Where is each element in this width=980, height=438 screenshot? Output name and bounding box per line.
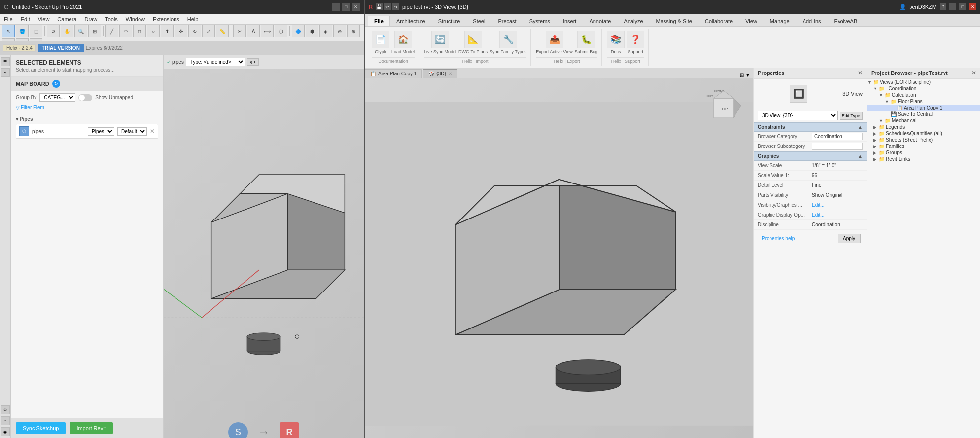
- su-left-icon-2[interactable]: ✕: [1, 68, 10, 77]
- filter-elements-button[interactable]: ▽ Filter Elem: [16, 105, 44, 110]
- rv-edit-type-button[interactable]: Edit Type: [840, 112, 863, 120]
- su-tool-pan[interactable]: ✋: [61, 25, 73, 37]
- rv-pb-close-button[interactable]: ✕: [971, 70, 976, 76]
- su-tool-paint[interactable]: 🪣: [16, 25, 29, 37]
- map-refresh-button[interactable]: ↻: [52, 80, 60, 88]
- show-unmapped-toggle[interactable]: [78, 94, 92, 101]
- rv-glyph-button[interactable]: 📄: [372, 31, 389, 48]
- su-tool-scale[interactable]: ⤢: [202, 25, 215, 37]
- su-tool-arc[interactable]: ◠: [119, 25, 132, 37]
- rv-tab-steel[interactable]: Steel: [466, 16, 491, 26]
- sync-sketchup-button[interactable]: Sync Sketchup: [16, 422, 66, 434]
- rv-docs-button[interactable]: 📚: [607, 31, 625, 48]
- tree-item-families[interactable]: ▶ 📁 Families: [867, 143, 980, 149]
- tile-views-icon[interactable]: ⊞: [740, 73, 744, 78]
- su-3d-canvas[interactable]: S → R 1/8" = 1'-0": [164, 69, 364, 438]
- su-tool-rotate[interactable]: ↻: [188, 25, 201, 37]
- su-menu-help[interactable]: Help: [183, 15, 203, 23]
- su-left-icon-4[interactable]: ?: [1, 416, 10, 425]
- tree-item-views-(eor-discipline)[interactable]: ▼ 📁 Views (EOR Discipline): [867, 79, 980, 85]
- collapse-icon[interactable]: ▼: [745, 73, 750, 78]
- tree-item-area-plan-copy-1[interactable]: 📋 Area Plan Copy 1: [867, 105, 980, 111]
- rv-tab-3d[interactable]: 🎲 {3D} ✕: [423, 69, 457, 78]
- su-tool-section[interactable]: ✂: [233, 25, 246, 37]
- rv-tab-analyze[interactable]: Analyze: [617, 16, 649, 26]
- viewport-tag-button[interactable]: 🏷: [247, 58, 259, 66]
- tree-item-schedules/quantities-(all)[interactable]: ▶ 📁 Schedules/Quantities (all): [867, 130, 980, 137]
- rv-apply-button[interactable]: Apply: [838, 234, 861, 243]
- pipe-default-select[interactable]: Default: [117, 127, 147, 136]
- su-left-icon-3[interactable]: ⚙: [1, 405, 10, 414]
- rv-tab-evolveab[interactable]: EvolveAB: [828, 16, 864, 26]
- rv-help-icon[interactable]: ?: [940, 3, 946, 10]
- su-left-icon-5[interactable]: ◉: [1, 427, 10, 436]
- su-menu-view[interactable]: View: [34, 15, 54, 23]
- pipe-row-close[interactable]: ✕: [150, 128, 155, 135]
- rv-3d-canvas[interactable]: TOP LEFT FRONT 1/8" = 1'-0": [365, 78, 753, 438]
- rv-live-sync-button[interactable]: 🔄: [431, 31, 449, 48]
- su-tool-orbit[interactable]: ↺: [47, 25, 60, 37]
- rv-qa-save[interactable]: 💾: [376, 3, 383, 10]
- su-tool-helix1[interactable]: 🔷: [292, 25, 305, 37]
- su-menu-camera[interactable]: Camera: [53, 15, 80, 23]
- rv-graphics-collapse[interactable]: ▲: [858, 153, 863, 159]
- rv-qa-undo[interactable]: ↩: [384, 3, 391, 10]
- su-tool-zoomext[interactable]: ⊞: [88, 25, 101, 37]
- rv-dwg-button[interactable]: 📐: [464, 31, 482, 48]
- rv-tab-collaborate[interactable]: Collaborate: [699, 16, 739, 26]
- tree-item-mechanical[interactable]: ▼ 📁 Mechanical: [867, 117, 980, 124]
- rv-submit-bug-button[interactable]: 🐛: [577, 31, 595, 48]
- tree-item-floor-plans[interactable]: ▼ 📁 Floor Plans: [867, 98, 980, 105]
- rv-qa-redo[interactable]: ↪: [392, 3, 399, 10]
- su-tool-tape[interactable]: 📏: [216, 25, 229, 37]
- su-tool-text[interactable]: A: [247, 25, 260, 37]
- rv-tab-massing[interactable]: Massing & Site: [650, 16, 699, 26]
- rv-minimize-btn[interactable]: —: [949, 3, 956, 10]
- su-menu-extensions[interactable]: Extensions: [149, 15, 183, 23]
- pipe-type-select[interactable]: Pipes: [88, 127, 114, 136]
- su-left-icon-1[interactable]: ☰: [1, 57, 10, 66]
- tree-item-revit-links[interactable]: ▶ 📁 Revit Links: [867, 156, 980, 162]
- su-tool-helix4[interactable]: ⊛: [333, 25, 346, 37]
- rv-support-button[interactable]: ❓: [627, 31, 644, 48]
- pipes-section-toggle[interactable]: ▾: [16, 116, 18, 122]
- su-menu-file[interactable]: File: [0, 15, 17, 23]
- rv-navigation-cube[interactable]: TOP LEFT FRONT: [704, 88, 743, 128]
- rv-tab-structure[interactable]: Structure: [432, 16, 467, 26]
- rv-type-selector[interactable]: 3D View: {3D}: [758, 111, 838, 120]
- su-menu-window[interactable]: Window: [122, 15, 149, 23]
- rv-tab-file[interactable]: File: [368, 16, 390, 26]
- su-tool-move[interactable]: ✜: [175, 25, 187, 37]
- group-by-select[interactable]: CATEG...: [39, 93, 75, 102]
- type-select[interactable]: Type: <undefined>: [186, 58, 245, 66]
- su-close-btn[interactable]: ✕: [352, 3, 360, 11]
- rv-export-view-button[interactable]: 📤: [546, 31, 563, 48]
- tree-item-legends[interactable]: ▶ 📁 Legends: [867, 124, 980, 130]
- rv-tab-view[interactable]: View: [739, 16, 764, 26]
- import-revit-button[interactable]: Import Revit: [70, 422, 112, 434]
- rv-tab-annotate[interactable]: Annotate: [583, 16, 617, 26]
- rv-close-btn[interactable]: ✕: [969, 3, 976, 10]
- rv-tab-architecture[interactable]: Architecture: [390, 16, 432, 26]
- su-menu-edit[interactable]: Edit: [17, 15, 34, 23]
- rv-properties-help-link[interactable]: Properties help: [758, 234, 799, 243]
- tree-item-_coordination[interactable]: ▼ 📁 _Coordination: [867, 85, 980, 92]
- su-tool-helix3[interactable]: ◈: [319, 25, 332, 37]
- su-tool-rect[interactable]: □: [133, 25, 146, 37]
- tree-item-save-to-central[interactable]: 💾 Save To Central: [867, 111, 980, 117]
- su-tool-line[interactable]: ╱: [105, 25, 118, 37]
- su-menu-tools[interactable]: Tools: [101, 15, 122, 23]
- rv-tab-insert[interactable]: Insert: [557, 16, 583, 26]
- su-tool-comp[interactable]: ⬡: [275, 25, 287, 37]
- rv-load-model-button[interactable]: 🏠: [394, 31, 412, 48]
- rv-tab-addins[interactable]: Add-Ins: [796, 16, 828, 26]
- rv-tab-systems[interactable]: Systems: [523, 16, 557, 26]
- su-tool-dim[interactable]: ⟺: [261, 25, 274, 37]
- su-minimize-btn[interactable]: —: [332, 3, 340, 11]
- rv-prop-close-button[interactable]: ✕: [858, 70, 863, 76]
- su-tool-select[interactable]: ↖: [2, 25, 15, 37]
- tree-item-calculation[interactable]: ▼ 📁 Calculation: [867, 92, 980, 98]
- su-tool-push[interactable]: ⬆: [161, 25, 174, 37]
- 3d-tab-close[interactable]: ✕: [448, 71, 452, 76]
- su-tool-erase[interactable]: ◫: [30, 25, 42, 37]
